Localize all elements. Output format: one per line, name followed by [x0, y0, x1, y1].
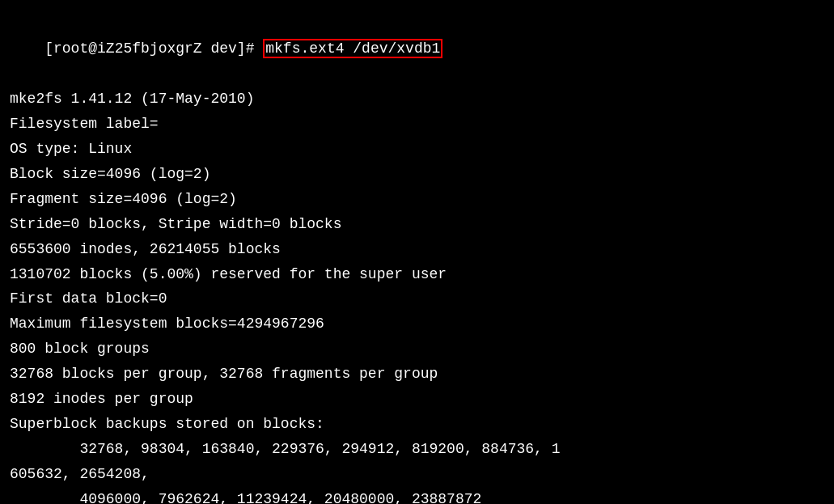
- output-line-3: OS type: Linux: [10, 137, 824, 162]
- prompt: [root@iZ25fbjoxgrZ dev]#: [44, 40, 263, 57]
- command-highlight: mkfs.ext4 /dev/xvdb1: [263, 39, 442, 58]
- output-line-16: 605632, 2654208,: [10, 462, 824, 487]
- output-line-6: Stride=0 blocks, Stripe width=0 blocks: [10, 212, 824, 237]
- output-line-4: Block size=4096 (log=2): [10, 162, 824, 187]
- output-line-15: 32768, 98304, 163840, 229376, 294912, 81…: [10, 437, 824, 462]
- output-line-7: 6553600 inodes, 26214055 blocks: [10, 237, 824, 262]
- output-line-14: Superblock backups stored on blocks:: [10, 412, 824, 437]
- output-line-12: 32768 blocks per group, 32768 fragments …: [10, 362, 824, 387]
- output-line-2: Filesystem label=: [10, 112, 824, 137]
- output-line-9: First data block=0: [10, 286, 824, 311]
- output-line-1: mke2fs 1.41.12 (17-May-2010): [10, 87, 824, 112]
- terminal-window: [root@iZ25fbjoxgrZ dev]# mkfs.ext4 /dev/…: [3, 6, 831, 504]
- output-line-5: Fragment size=4096 (log=2): [10, 187, 824, 212]
- output-line-11: 800 block groups: [10, 337, 824, 362]
- output-line-10: Maximum filesystem blocks=4294967296: [10, 311, 824, 337]
- output-line-17: 4096000, 7962624, 11239424, 20480000, 23…: [10, 487, 824, 504]
- output-line-13: 8192 inodes per group: [10, 387, 824, 412]
- output-line-8: 1310702 blocks (5.00%) reserved for the …: [10, 262, 824, 287]
- command-line: [root@iZ25fbjoxgrZ dev]# mkfs.ext4 /dev/…: [10, 11, 824, 87]
